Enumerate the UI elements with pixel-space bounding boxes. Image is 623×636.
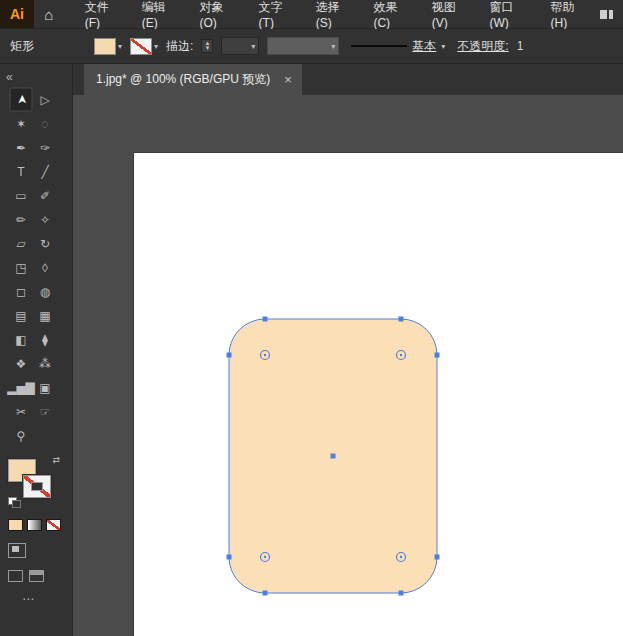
lasso-tool[interactable]: ◌ xyxy=(33,112,57,135)
tools-panel: « ➤▷✶◌✒✑T╱▭✐✏✧▱↻◳◊◻◍▤▦◧⧫❖⁂▂▅▇▣✂☞⚲ ⇄ ⋯ xyxy=(0,64,73,636)
collapse-panel-icon[interactable]: « xyxy=(0,64,72,88)
menu-item-7[interactable]: 窗口(W) xyxy=(481,0,542,30)
menu-item-6[interactable]: 视图(V) xyxy=(423,0,481,30)
selection-tool[interactable]: ➤ xyxy=(10,88,33,112)
arrange-documents-icon[interactable] xyxy=(600,10,613,19)
gradient-tool[interactable]: ◧ xyxy=(9,328,33,351)
color-mode-button[interactable] xyxy=(8,519,23,531)
column-graph-tool[interactable]: ▂▅▇ xyxy=(9,376,33,399)
pencil-tool[interactable]: ✏ xyxy=(9,208,33,231)
rectangle-tool[interactable]: ▭ xyxy=(9,184,33,207)
eyedropper-tool[interactable]: ⧫ xyxy=(33,328,57,351)
magic-wand-tool[interactable]: ✶ xyxy=(9,112,33,135)
canvas-pasteboard[interactable] xyxy=(73,95,623,636)
slice-tool[interactable]: ✂ xyxy=(9,400,33,423)
stroke-weight-stepper[interactable]: ▲ ▼ xyxy=(201,39,213,53)
scale-tool[interactable]: ◳ xyxy=(9,256,33,279)
artboard-tool[interactable]: ▣ xyxy=(33,376,57,399)
opacity-value[interactable]: 1 xyxy=(517,39,524,53)
fill-swatch[interactable] xyxy=(94,38,116,55)
fill-color-control[interactable]: ▾ xyxy=(94,38,122,55)
brush-stroke-preview xyxy=(351,45,407,47)
eraser-tool[interactable]: ▱ xyxy=(9,232,33,255)
stroke-weight-dropdown[interactable]: ▾ xyxy=(221,37,259,55)
stroke-weight-caret-icon[interactable]: ▾ xyxy=(251,42,255,51)
screen-mode-full-icon[interactable] xyxy=(29,570,44,582)
brush-name[interactable]: 基本 xyxy=(412,38,436,55)
document-area: 1.jpg* @ 100% (RGB/GPU 预览) × xyxy=(73,64,623,636)
artboard[interactable] xyxy=(134,153,623,636)
stroke-color-proxy[interactable] xyxy=(23,475,51,498)
stepper-down-icon[interactable]: ▼ xyxy=(204,46,210,51)
stroke-weight-label: 描边: xyxy=(166,38,193,55)
blend-tool[interactable]: ❖ xyxy=(9,352,33,375)
menu-item-0[interactable]: 文件(F) xyxy=(76,0,133,30)
selected-shape-layer xyxy=(134,153,623,636)
illustrator-app: Ai ⌂ 文件(F)编辑(E)对象(O)文字(T)选择(S)效果(C)视图(V)… xyxy=(0,0,623,636)
hand-tool[interactable]: ☞ xyxy=(33,400,57,423)
body-row: « ➤▷✶◌✒✑T╱▭✐✏✧▱↻◳◊◻◍▤▦◧⧫❖⁂▂▅▇▣✂☞⚲ ⇄ ⋯ xyxy=(0,64,623,636)
shape-builder-tool[interactable]: ◍ xyxy=(33,280,57,303)
brush-definition-dropdown[interactable]: 基本 ▾ xyxy=(347,37,449,55)
swap-fill-stroke-icon[interactable]: ⇄ xyxy=(52,455,60,465)
menu-item-3[interactable]: 文字(T) xyxy=(250,0,307,30)
width-profile-caret-icon[interactable]: ▾ xyxy=(331,42,335,51)
menu-item-5[interactable]: 效果(C) xyxy=(364,0,422,30)
free-transform-tool[interactable]: ◻ xyxy=(9,280,33,303)
document-tab-label: 1.jpg* @ 100% (RGB/GPU 预览) xyxy=(96,71,270,88)
screen-mode-normal-icon[interactable] xyxy=(8,570,23,582)
selection-type-label: 矩形 xyxy=(10,38,34,55)
edit-toolbar-ellipsis[interactable]: ⋯ xyxy=(22,592,72,606)
app-logo: Ai xyxy=(0,0,34,28)
opacity-link[interactable]: 不透明度: xyxy=(457,38,508,55)
pen-tool[interactable]: ✒ xyxy=(9,136,33,159)
width-profile-dropdown[interactable]: ▾ xyxy=(267,37,339,55)
stroke-caret-icon[interactable]: ▾ xyxy=(154,42,158,51)
default-fill-stroke-icon[interactable] xyxy=(8,497,20,507)
symbol-sprayer-tool[interactable]: ⁂ xyxy=(33,352,57,375)
home-icon[interactable]: ⌂ xyxy=(34,6,64,23)
perspective-grid-tool[interactable]: ▤ xyxy=(9,304,33,327)
shaper-tool[interactable]: ✧ xyxy=(33,208,57,231)
zoom-tool[interactable]: ⚲ xyxy=(9,424,33,447)
none-mode-button[interactable] xyxy=(46,519,61,531)
control-bar: 矩形 ▾ ▾ 描边: ▲ ▼ ▾ ▾ 基本 ▾ 不透明度: 1 xyxy=(0,29,623,64)
menu-item-1[interactable]: 编辑(E) xyxy=(133,0,191,30)
fill-caret-icon[interactable]: ▾ xyxy=(118,42,122,51)
paintbrush-tool[interactable]: ✐ xyxy=(33,184,57,207)
tab-close-icon[interactable]: × xyxy=(284,72,292,87)
document-tab[interactable]: 1.jpg* @ 100% (RGB/GPU 预览) × xyxy=(84,64,302,95)
stroke-color-control[interactable]: ▾ xyxy=(130,38,158,55)
menu-item-4[interactable]: 选择(S) xyxy=(307,0,365,30)
rotate-tool[interactable]: ↻ xyxy=(33,232,57,255)
menu-item-8[interactable]: 帮助(H) xyxy=(542,0,600,30)
menu-item-2[interactable]: 对象(O) xyxy=(191,0,250,30)
screen-mode-buttons xyxy=(8,570,72,582)
line-segment-tool[interactable]: ╱ xyxy=(33,160,57,183)
draw-mode-button[interactable] xyxy=(8,543,26,558)
menu-bar: Ai ⌂ 文件(F)编辑(E)对象(O)文字(T)选择(S)效果(C)视图(V)… xyxy=(0,0,623,29)
menu-list: 文件(F)编辑(E)对象(O)文字(T)选择(S)效果(C)视图(V)窗口(W)… xyxy=(76,0,600,30)
width-tool[interactable]: ◊ xyxy=(33,256,57,279)
curvature-tool[interactable]: ✑ xyxy=(33,136,57,159)
fill-stroke-indicator[interactable]: ⇄ xyxy=(8,455,60,507)
mesh-tool[interactable]: ▦ xyxy=(33,304,57,327)
tool-grid: ➤▷✶◌✒✑T╱▭✐✏✧▱↻◳◊◻◍▤▦◧⧫❖⁂▂▅▇▣✂☞⚲ xyxy=(0,88,72,447)
type-tool[interactable]: T xyxy=(9,160,33,183)
brush-caret-icon[interactable]: ▾ xyxy=(441,42,445,51)
paint-mode-buttons xyxy=(8,519,72,531)
direct-selection-tool[interactable]: ▷ xyxy=(33,88,57,111)
document-tab-bar: 1.jpg* @ 100% (RGB/GPU 预览) × xyxy=(73,64,623,95)
shape-center-point[interactable] xyxy=(331,454,336,459)
gradient-mode-button[interactable] xyxy=(27,519,42,531)
stroke-none-swatch[interactable] xyxy=(130,38,152,55)
